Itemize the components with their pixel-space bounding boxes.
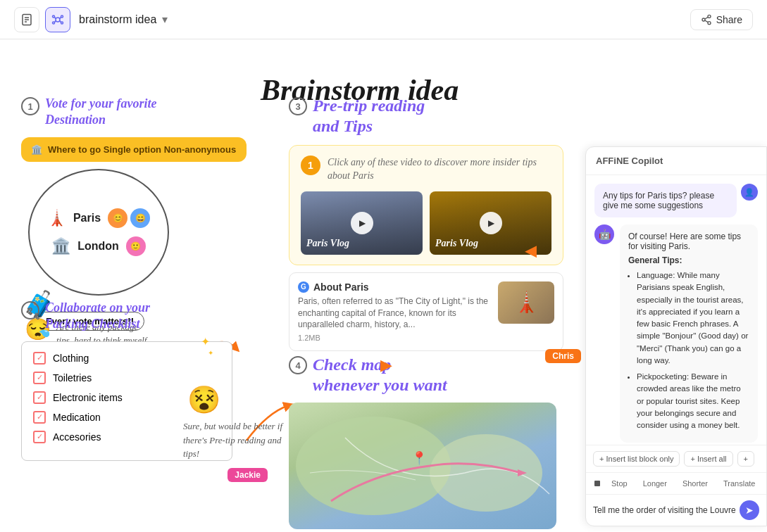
paris-name: Paris [73,212,101,224]
about-meta: 1.2MB [298,334,491,342]
vote-card-label: Where to go Single option Non-anonymous [48,144,236,155]
bot-bullet-2: Pickpocketing: Beware in crowded areas l… [637,371,749,431]
bot-subtitle: General Tips: [628,255,749,265]
svg-point-14 [702,18,705,21]
london-name: London [77,240,119,253]
cursor-arrow-2: ▶ [380,356,392,374]
ai-send-button[interactable]: ➤ [740,500,759,520]
about-paris-card: G About Paris Paris, often referred to a… [289,272,563,351]
jackie-tag: Jackie [227,468,268,482]
ai-input-row: ➤ [586,494,766,526]
user-message-row: Any tips for Paris tips? please give me … [594,184,758,217]
svg-line-11 [55,20,56,22]
section2-number: 2 [21,301,39,319]
about-title-text: About Paris [313,281,369,293]
section3-header: 3 Pre-trip readingand Tips [289,96,563,137]
bot-intro: Of course! Here are some tips for visiti… [628,232,749,251]
user-avatar: 👤 [741,184,758,201]
checkbox-accessories[interactable] [33,431,46,443]
dizzy-emoji: 😵 [187,384,220,415]
paris-flag: 🗼 [47,209,66,227]
bot-bullet-list: Language: While many Parisians speak Eng… [628,270,749,431]
star-deco-2: ✦ [208,349,213,357]
more-insert-button[interactable]: + [737,451,754,467]
share-button[interactable]: Share [690,9,753,30]
checklist-label-medication: Medication [53,412,101,423]
bot-bullet-1: Language: While many Parisians speak Eng… [637,270,749,367]
about-desc: Paris, often referred to as "The City of… [298,296,491,331]
checklist-label-clothing: Clothing [53,353,89,364]
play-button-1[interactable] [351,212,373,234]
topbar-right: Share [690,9,753,30]
translate-button[interactable]: Translate [718,477,761,490]
svg-line-16 [704,20,708,23]
play-button-2[interactable] [480,212,502,234]
bot-message-row: 🤖 Of course! Here are some tips for visi… [594,224,758,443]
section-map: 4 Check mapwhenever you want Chris ▶ 📍 [289,355,567,529]
section1-header: 1 Vote for your favoriteDestination [21,96,247,129]
svg-point-15 [708,21,711,24]
share-label: Share [716,14,742,25]
vote-card-icon: 🏛️ [31,144,42,155]
svg-point-13 [708,15,711,18]
section3-title: Pre-trip readingand Tips [313,96,425,137]
doc-view-button[interactable] [14,7,39,32]
map-placeholder[interactable]: 📍 [289,403,556,529]
checklist-label-electronics: Electronic items [53,392,123,403]
svg-point-4 [56,18,60,22]
london-flag: 🏛️ [51,237,70,255]
paris-votes: 😊 😄 [108,208,150,228]
stop-icon-label [593,479,601,488]
vote-card[interactable]: 🏛️ Where to go Single option Non-anonymo… [21,137,247,162]
section-pretrip: 3 Pre-trip readingand Tips 1 Click any o… [289,96,563,351]
svg-line-12 [60,20,61,22]
chevron-down-icon: ▾ [162,13,168,26]
chris-tag: Chris [545,349,581,363]
insert-all-button[interactable]: + Insert all [684,451,732,467]
page-title: brainstorm idea [79,13,156,26]
cursor-arrow-1: ▶ [525,243,537,262]
checklist-label-accessories: Accesories [53,431,101,443]
avatar-3: 🙂 [126,236,146,256]
checklist-label-toiletries: Toiletries [53,372,92,384]
tip-header: 1 Click any of these video to discover m… [301,156,551,183]
avatar-2: 😄 [130,208,150,228]
section1-title: Vote for your favoriteDestination [45,96,156,129]
ai-input-field[interactable] [593,505,735,515]
ai-header: AFFiNE Copilot [586,147,766,175]
about-text-block: G About Paris Paris, often referred to a… [298,281,491,342]
svg-line-10 [60,17,61,18]
svg-line-9 [55,17,56,18]
section2-header: 2 Collaborate on yourPacking Checklist [21,300,232,333]
tip-text: Click any of these video to discover mor… [328,156,551,183]
ai-messages: Any tips for Paris tips? please give me … [586,175,766,445]
bot-avatar: 🤖 [594,224,614,244]
video-thumb-1[interactable]: Paris Vlog [301,191,423,255]
about-image: 🗼 [498,281,554,324]
city-paris-row: 🗼 Paris 😊 😄 [47,208,150,228]
svg-line-17 [704,17,708,19]
checkbox-clothing[interactable] [33,352,46,365]
map-svg: 📍 [289,403,556,529]
section4-header: 4 Check mapwhenever you want Chris [289,355,567,395]
checkbox-electronics[interactable] [33,391,46,404]
stop-button[interactable]: Stop [606,477,633,490]
svg-rect-23 [594,481,600,486]
longer-button[interactable]: Longer [637,477,673,490]
mindmap-view-button[interactable] [45,7,70,32]
canvas: Brainstorm idea 1 Vote for your favorite… [0,39,767,532]
checkbox-toiletries[interactable] [33,372,46,384]
city-london-row: 🏛️ London 🙂 [51,236,146,256]
shorter-button[interactable]: Shorter [677,477,713,490]
checklist-item-clothing: Clothing [33,352,220,365]
london-votes: 🙂 [126,236,146,256]
video-row: Paris Vlog Paris Vlog [301,191,551,255]
google-icon: G [298,281,309,293]
insert-list-button[interactable]: + Insert list block only [593,451,680,467]
title-dropdown-button[interactable]: ▾ [162,13,168,26]
section1-number: 1 [21,97,39,115]
better-text: Sure, but would be better if there's Pre… [183,419,296,461]
checkbox-medication[interactable] [33,411,46,424]
svg-text:📍: 📍 [411,450,428,466]
ai-toolbar: Stop Longer Shorter Translate Mo... [586,472,766,494]
